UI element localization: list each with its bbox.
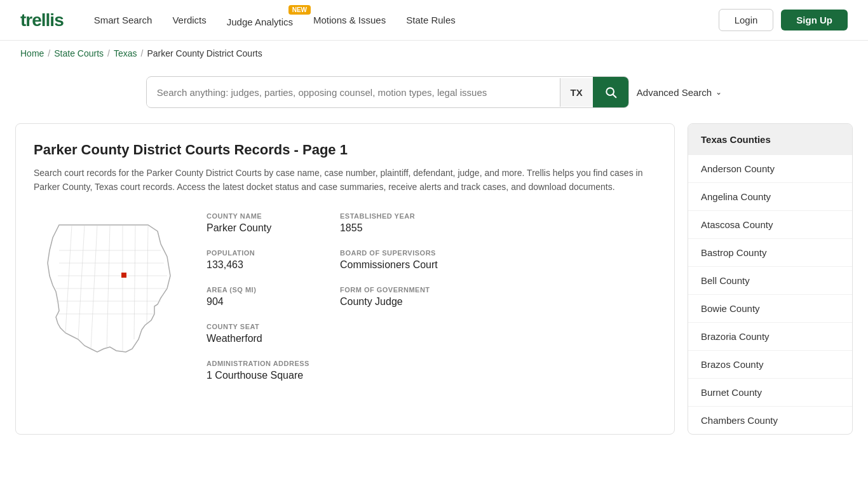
svg-line-9 bbox=[78, 225, 85, 339]
sidebar-item-bell[interactable]: Bell County bbox=[688, 267, 852, 295]
page-description: Search court records for the Parker Coun… bbox=[34, 166, 656, 194]
advanced-search-toggle[interactable]: Advanced Search ⌄ bbox=[637, 87, 722, 98]
sidebar-item-atascosa[interactable]: Atascosa County bbox=[688, 211, 852, 239]
header: trellis Smart Search Verdicts Judge Anal… bbox=[0, 0, 868, 41]
content-card: Parker County District Courts Records - … bbox=[15, 123, 675, 435]
breadcrumb: Home / State Courts / Texas / Parker Cou… bbox=[0, 41, 868, 66]
search-area: TX Advanced Search ⌄ bbox=[0, 66, 868, 123]
nav-smart-search[interactable]: Smart Search bbox=[94, 15, 153, 25]
sidebar-item-anderson[interactable]: Anderson County bbox=[688, 155, 852, 183]
sidebar-item-brazoria[interactable]: Brazoria County bbox=[688, 323, 852, 351]
svg-line-10 bbox=[91, 225, 97, 349]
sidebar-item-burnet[interactable]: Burnet County bbox=[688, 379, 852, 407]
address-item: ADMINISTRATION ADDRESS 1 Courthouse Squa… bbox=[207, 360, 309, 381]
nav-verdicts[interactable]: Verdicts bbox=[172, 15, 206, 25]
board-item: BOARD OF SUPERVISORS Commissioners Court bbox=[340, 249, 438, 271]
nav-judge-analytics[interactable]: Judge Analytics NEW bbox=[227, 13, 293, 27]
texas-map-svg bbox=[34, 212, 186, 365]
search-icon bbox=[604, 86, 617, 98]
detail-col-right: ESTABLISHED YEAR 1855 BOARD OF SUPERVISO… bbox=[340, 212, 438, 381]
breadcrumb-state-courts[interactable]: State Courts bbox=[54, 48, 104, 58]
county-name-item: COUNTY NAME Parker County bbox=[207, 212, 309, 234]
svg-line-8 bbox=[65, 225, 72, 333]
seat-item: COUNTY SEAT Weatherford bbox=[207, 323, 309, 344]
svg-line-14 bbox=[147, 225, 148, 323]
sidebar-item-brazos[interactable]: Brazos County bbox=[688, 351, 852, 379]
logo[interactable]: trellis bbox=[20, 10, 64, 30]
detail-col-left: COUNTY NAME Parker County POPULATION 133… bbox=[207, 212, 309, 381]
main-nav: Smart Search Verdicts Judge Analytics NE… bbox=[94, 13, 456, 27]
breadcrumb-current: Parker County District Courts bbox=[147, 48, 262, 58]
county-details: COUNTY NAME Parker County POPULATION 133… bbox=[207, 212, 656, 381]
page-title: Parker County District Courts Records - … bbox=[34, 142, 656, 158]
login-button[interactable]: Login bbox=[719, 9, 774, 31]
new-badge: NEW bbox=[288, 5, 311, 15]
sidebar-item-bastrop[interactable]: Bastrop County bbox=[688, 239, 852, 267]
svg-line-13 bbox=[134, 225, 135, 339]
nav-motions-issues[interactable]: Motions & Issues bbox=[313, 15, 386, 25]
area-item: AREA (SQ MI) 904 bbox=[207, 286, 309, 308]
breadcrumb-sep-3: / bbox=[141, 48, 144, 58]
county-marker bbox=[121, 273, 126, 278]
sidebar-item-angelina[interactable]: Angelina County bbox=[688, 183, 852, 211]
svg-line-1 bbox=[613, 95, 616, 98]
search-state: TX bbox=[560, 78, 593, 107]
main-layout: Parker County District Courts Records - … bbox=[0, 123, 868, 450]
search-input[interactable] bbox=[147, 78, 560, 107]
established-item: ESTABLISHED YEAR 1855 bbox=[340, 212, 438, 234]
breadcrumb-home[interactable]: Home bbox=[20, 48, 44, 58]
chevron-down-icon: ⌄ bbox=[715, 88, 722, 97]
sidebar-header: Texas Counties bbox=[688, 124, 852, 155]
search-button[interactable] bbox=[593, 77, 628, 107]
sidebar: Texas Counties Anderson County Angelina … bbox=[688, 123, 853, 435]
breadcrumb-sep-1: / bbox=[48, 48, 50, 58]
nav-state-rules[interactable]: State Rules bbox=[406, 15, 456, 25]
svg-line-11 bbox=[107, 225, 110, 349]
sidebar-item-chambers[interactable]: Chambers County bbox=[688, 407, 852, 434]
county-map bbox=[34, 212, 186, 367]
breadcrumb-sep-2: / bbox=[107, 48, 110, 58]
header-actions: Login Sign Up bbox=[719, 9, 848, 31]
county-info: COUNTY NAME Parker County POPULATION 133… bbox=[34, 212, 656, 381]
signup-button[interactable]: Sign Up bbox=[781, 10, 848, 30]
search-bar: TX bbox=[146, 76, 629, 108]
form-item: FORM OF GOVERNMENT County Judge bbox=[340, 286, 438, 308]
population-item: POPULATION 133,463 bbox=[207, 249, 309, 271]
breadcrumb-state[interactable]: Texas bbox=[114, 48, 137, 58]
sidebar-item-bowie[interactable]: Bowie County bbox=[688, 295, 852, 323]
